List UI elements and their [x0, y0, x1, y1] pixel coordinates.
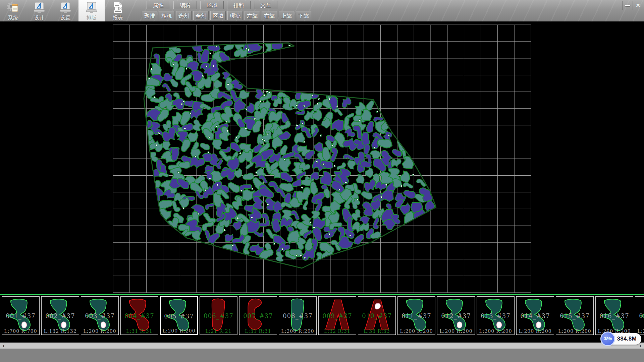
part-thumbnail-2[interactable]: 002_#37L:132 R:132 [41, 296, 79, 335]
memory-percent-indicator: 38% [600, 331, 615, 346]
close-icon: × [636, 2, 640, 9]
memory-amount: 384.8M [617, 336, 637, 342]
menu-tools-row: 聚排相机选割全割区域瑕疵左靠右靠上靠下靠 [142, 11, 311, 20]
application-window: { "window_controls": { "close": "×" }, "… [0, 0, 644, 362]
part-thumbnail-3[interactable]: 003_#37L:200 R:200 [81, 296, 119, 335]
part-thumbnail-8[interactable]: 008_#37L:200 R:200 [279, 296, 317, 335]
part-shape [319, 297, 355, 333]
menu-top-item-4[interactable]: 排料 [227, 1, 251, 9]
app-tab-report[interactable]: 报表 [105, 0, 131, 21]
layout-icon [85, 1, 98, 14]
menus: 属性编辑区域排料交互 聚排相机选割全割区域瑕疵左靠右靠上靠下靠 [142, 0, 311, 20]
part-shape [161, 298, 197, 334]
part-thumbnail-9[interactable]: 009_#37L:32 R:31 [318, 296, 356, 335]
settings-icon [59, 1, 72, 14]
app-tab-layout[interactable]: 排版 [78, 0, 105, 21]
app-tab-label: 系统 [8, 14, 18, 21]
part-thumbnail-1[interactable]: 001_#37L:700 R:700 [2, 296, 40, 335]
horizontal-scrollbar[interactable]: ‹ › [0, 343, 644, 349]
part-shape [517, 297, 553, 333]
part-shape [82, 297, 118, 333]
window-controls: × [622, 1, 643, 10]
part-shape [42, 297, 78, 333]
report-icon [111, 1, 124, 14]
chevron-left-icon: ‹ [3, 342, 5, 349]
nesting-canvas[interactable] [0, 21, 644, 294]
part-shape [398, 297, 434, 333]
tool-button-8[interactable]: 右靠 [262, 11, 277, 20]
part-thumbnail-17[interactable]: 017_#37L:200 R:200 [635, 296, 644, 335]
menu-top-item-2[interactable]: 编辑 [173, 1, 197, 9]
tool-button-4[interactable]: 全割 [193, 11, 209, 20]
part-thumbnail-5[interactable]: 005_#37L:200 R:200 [160, 296, 198, 335]
part-shape [3, 297, 39, 333]
part-thumbnail-14[interactable]: 014_#37L:200 R:200 [516, 296, 554, 335]
system-icon [6, 1, 20, 14]
menu-top-item-1[interactable]: 属性 [147, 1, 170, 9]
part-thumbnail-7[interactable]: 007_#37L:31 R:31 [239, 296, 277, 335]
tool-button-3[interactable]: 选割 [176, 11, 192, 20]
part-shape [438, 297, 474, 333]
app-tab-label: 报表 [113, 14, 123, 21]
part-shape [121, 297, 157, 333]
part-shape [636, 297, 644, 333]
part-shape [596, 297, 632, 333]
part-shape [280, 297, 316, 333]
app-tab-design[interactable]: 设计 [26, 0, 52, 21]
design-icon [33, 1, 46, 14]
tool-button-7[interactable]: 左靠 [245, 11, 260, 20]
app-tab-system[interactable]: 系统 [0, 0, 26, 21]
part-thumbnail-11[interactable]: 011_#37L:200 R:200 [397, 296, 435, 335]
tool-button-10[interactable]: 下靠 [296, 11, 311, 20]
tool-button-2[interactable]: 相机 [159, 11, 174, 20]
part-thumbnail-10[interactable]: 010_#37L:33 R:33 [358, 296, 396, 335]
menu-top-row: 属性编辑区域排料交互 [147, 1, 311, 9]
status-bar [0, 349, 644, 362]
tool-button-6[interactable]: 瑕疵 [227, 11, 243, 20]
part-shape [478, 297, 514, 333]
menu-top-item-5[interactable]: 交互 [254, 1, 277, 9]
app-tab-label: 设置 [60, 14, 70, 21]
part-thumbnail-4[interactable]: 004_#37L:31 R:31 [120, 296, 158, 335]
memory-percent: 38% [604, 337, 612, 341]
menu-top-item-3[interactable]: 区域 [200, 1, 224, 9]
app-tab-settings[interactable]: 设置 [52, 0, 78, 21]
part-thumbnail-6[interactable]: 006_#37L:21 R:21 [200, 296, 237, 335]
close-button[interactable]: × [633, 1, 643, 10]
tool-button-5[interactable]: 区域 [210, 11, 226, 20]
part-shape [359, 297, 395, 333]
part-thumbnail-16[interactable]: 016_#37L:200 R:200 [595, 296, 633, 335]
nesting-layout-drawing [0, 21, 644, 294]
app-tab-label: 设计 [34, 14, 44, 21]
part-shape [240, 297, 276, 333]
app-tabs: 系统设计设置排版报表 [0, 0, 131, 21]
minimize-icon [625, 5, 630, 6]
part-thumbnail-13[interactable]: 013_#37L:200 R:200 [477, 296, 515, 335]
part-thumbnail-15[interactable]: 015_#37L:200 R:200 [556, 296, 594, 335]
toolbar: 系统设计设置排版报表 属性编辑区域排料交互 聚排相机选割全割区域瑕疵左靠右靠上靠… [0, 0, 644, 21]
part-thumbnail-12[interactable]: 012_#37L:200 R:200 [437, 296, 475, 335]
scroll-left-button[interactable]: ‹ [0, 343, 7, 349]
app-tab-label: 排版 [87, 14, 97, 21]
memory-badge: 38% 384.8M [601, 333, 641, 345]
tool-button-1[interactable]: 聚排 [142, 11, 157, 20]
minimize-button[interactable] [622, 1, 633, 10]
tool-button-9[interactable]: 上靠 [279, 11, 294, 20]
chevron-right-icon: › [639, 342, 641, 349]
part-shape [557, 297, 593, 333]
part-shape [201, 297, 236, 333]
parts-strip: 001_#37L:700 R:700002_#37L:132 R:132003_… [0, 295, 644, 343]
